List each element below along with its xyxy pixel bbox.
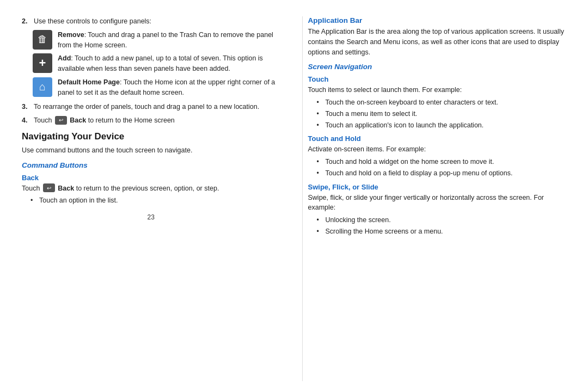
step-4: 4. Touch ↩ Back to return to the Home sc…	[22, 115, 280, 126]
add-label-bold: Add	[58, 54, 71, 62]
page-number: 23	[22, 213, 280, 221]
touch-heading: Touch	[308, 75, 567, 83]
touch-hold-bullets: Touch and hold a widget on the home scre…	[317, 157, 567, 179]
home-icon-row: ⌂ Default Home Page: Touch the Home icon…	[33, 77, 280, 98]
swipe-bullets: Unlocking the screen. Scrolling the Home…	[317, 215, 567, 237]
app-bar-heading: Application Bar	[308, 16, 567, 24]
step-3-text: To rearrange the order of panels, touch …	[34, 102, 259, 112]
swipe-intro: Swipe, flick, or slide your finger verti…	[308, 193, 567, 213]
remove-icon-row: 🗑 Remove: Touch and drag a panel to the …	[33, 30, 280, 51]
step-3: 3. To rearrange the order of panels, tou…	[22, 102, 280, 112]
touch-hold-bullet-2: Touch and hold on a field to display a p…	[317, 168, 567, 179]
app-bar-text: The Application Bar is the area along th…	[308, 27, 567, 57]
add-icon-row: + Add: Touch to add a new panel, up to a…	[33, 53, 280, 74]
home-label-bold: Default Home Page	[58, 78, 120, 86]
add-label-text: : Touch to add a new panel, up to a tota…	[58, 54, 263, 72]
touch-intro: Touch items to select or launch them. Fo…	[308, 85, 567, 95]
back-inline-icon-2: ↩	[43, 183, 55, 192]
step-2-number: 2.	[22, 16, 30, 27]
back-inline-icon: ↩	[55, 116, 67, 125]
home-icon: ⌂	[33, 77, 52, 97]
touch-bullet-3: Touch an application's icon to launch th…	[317, 120, 567, 131]
remove-text: Remove: Touch and drag a panel to the Tr…	[58, 30, 280, 51]
right-column: Application Bar The Application Bar is t…	[302, 16, 567, 381]
screen-nav-heading: Screen Navigation	[308, 63, 567, 71]
left-column: 2. Use these controls to configure panel…	[22, 16, 286, 381]
touch-hold-intro: Activate on-screen items. For example:	[308, 144, 567, 155]
add-icon: +	[33, 53, 52, 73]
remove-label-text: : Touch and drag a panel to the Trash Ca…	[58, 31, 273, 49]
home-text: Default Home Page: Touch the Home icon a…	[58, 77, 280, 98]
touch-bullets: Touch the on-screen keyboard to enter ch…	[317, 97, 567, 130]
main-subtext: Use command buttons and the touch screen…	[22, 145, 280, 156]
step-4-number: 4.	[22, 115, 30, 126]
step-4-text: Touch ↩ Back to return to the Home scree…	[34, 115, 175, 126]
step-2: 2. Use these controls to configure panel…	[22, 16, 280, 27]
page-container: 2. Use these controls to configure panel…	[0, 0, 588, 392]
back-bullet-1: Touch an option in the list.	[30, 195, 280, 206]
trash-icon: 🗑	[33, 30, 52, 50]
back-heading: Back	[22, 174, 280, 182]
step-2-text: Use these controls to configure panels:	[34, 16, 151, 27]
back-bullets: Touch an option in the list.	[30, 195, 280, 206]
swipe-heading: Swipe, Flick, or Slide	[308, 183, 567, 191]
touch-bullet-1: Touch the on-screen keyboard to enter ch…	[317, 97, 567, 108]
touch-hold-bullet-1: Touch and hold a widget on the home scre…	[317, 157, 567, 167]
back-text: Touch ↩ Back to return to the previous s…	[22, 183, 280, 194]
step-3-number: 3.	[22, 102, 30, 112]
main-heading: Navigating Your Device	[22, 131, 280, 142]
command-buttons-heading: Command Buttons	[22, 161, 280, 169]
add-text: Add: Touch to add a new panel, up to a t…	[58, 53, 280, 74]
remove-label-bold: Remove	[58, 31, 84, 39]
touch-hold-heading: Touch and Hold	[308, 134, 567, 143]
swipe-bullet-2: Scrolling the Home screens or a menu.	[317, 226, 567, 237]
swipe-bullet-1: Unlocking the screen.	[317, 215, 567, 225]
touch-bullet-2: Touch a menu item to select it.	[317, 109, 567, 119]
